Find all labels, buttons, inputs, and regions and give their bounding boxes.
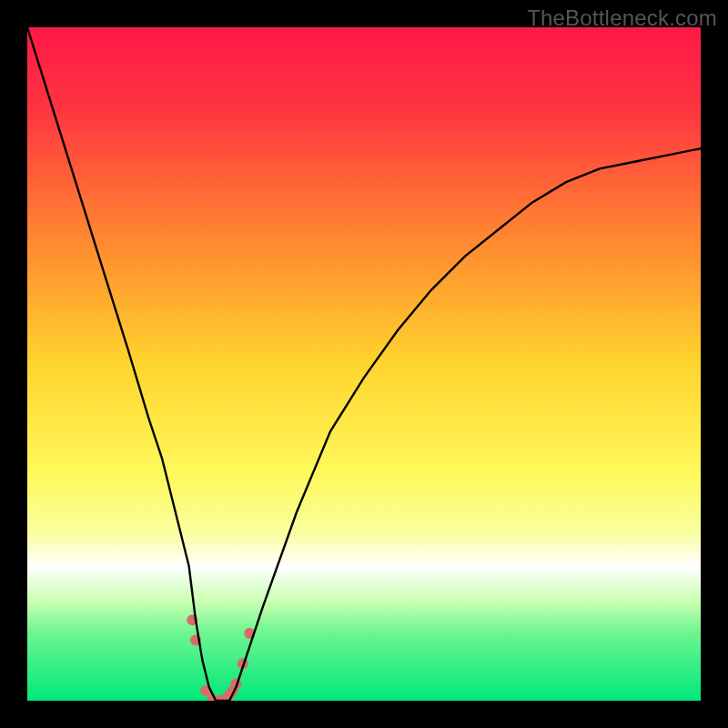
chart-frame: TheBottleneck.com: [0, 0, 728, 728]
plot-area: [27, 27, 701, 701]
chart-background: [27, 27, 701, 701]
chart-svg: [27, 27, 701, 701]
watermark-text: TheBottleneck.com: [527, 5, 717, 31]
